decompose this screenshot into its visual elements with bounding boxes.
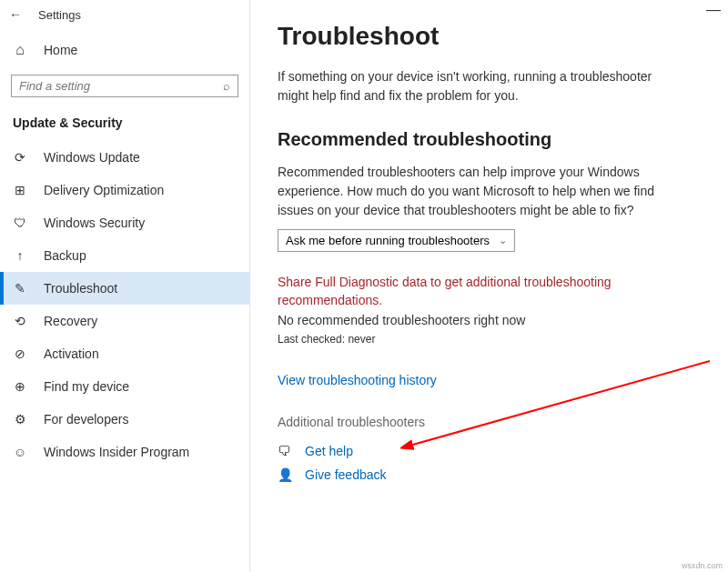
intro-text: If something on your device isn't workin…: [278, 67, 660, 105]
nav-backup[interactable]: ↑ Backup: [0, 239, 249, 272]
header: ← Settings: [0, 0, 249, 35]
recovery-icon: ⟲: [13, 314, 27, 328]
no-recommended-text: No recommended troubleshooters right now: [278, 313, 701, 327]
nav-for-developers[interactable]: ⚙ For developers: [0, 403, 249, 436]
feedback-row[interactable]: 👤 Give feedback: [278, 467, 701, 482]
nav-find-my-device[interactable]: ⊕ Find my device: [0, 370, 249, 403]
nav-activation[interactable]: ⊘ Activation: [0, 337, 249, 370]
help-icon: 🗨: [278, 444, 294, 458]
home-icon: ⌂: [13, 42, 27, 58]
recommended-text: Recommended troubleshooters can help imp…: [278, 163, 660, 220]
activation-icon: ⊘: [13, 346, 27, 361]
main-content: — Troubleshoot If something on your devi…: [250, 0, 728, 572]
developer-icon: ⚙: [13, 412, 27, 426]
backup-icon: ↑: [13, 248, 27, 263]
delivery-icon: ⊞: [13, 183, 27, 197]
additional-troubleshooters[interactable]: Additional troubleshooters: [278, 415, 701, 429]
feedback-link[interactable]: Give feedback: [305, 467, 387, 482]
chevron-down-icon: ⌄: [499, 235, 507, 246]
get-help-row[interactable]: 🗨 Get help: [278, 444, 701, 458]
app-title: Settings: [38, 8, 81, 22]
nav-troubleshoot[interactable]: ✎ Troubleshoot: [0, 272, 249, 305]
page-title: Troubleshoot: [278, 22, 701, 51]
location-icon: ⊕: [13, 379, 27, 394]
nav-delivery-optimization[interactable]: ⊞ Delivery Optimization: [0, 174, 249, 206]
home-label: Home: [44, 43, 77, 57]
dropdown-value: Ask me before running troubleshooters: [286, 234, 490, 247]
troubleshoot-dropdown[interactable]: Ask me before running troubleshooters ⌄: [278, 229, 515, 252]
minimize-icon[interactable]: —: [706, 2, 721, 18]
sync-icon: ⟳: [13, 150, 27, 165]
search-icon: ⌕: [223, 79, 230, 93]
insider-icon: ☺: [13, 445, 27, 459]
last-checked-text: Last checked: never: [278, 333, 701, 346]
history-link[interactable]: View troubleshooting history: [278, 373, 701, 387]
nav-windows-update[interactable]: ⟳ Windows Update: [0, 141, 249, 174]
watermark: wsxdn.com: [682, 561, 723, 570]
recommended-heading: Recommended troubleshooting: [278, 129, 701, 150]
search-field[interactable]: [19, 79, 223, 93]
home-button[interactable]: ⌂ Home: [0, 35, 249, 65]
get-help-link[interactable]: Get help: [305, 444, 353, 458]
sidebar: ← Settings ⌂ Home ⌕ Update & Security ⟳ …: [0, 0, 250, 572]
diagnostic-warning: Share Full Diagnostic data to get additi…: [278, 274, 660, 309]
nav-recovery[interactable]: ⟲ Recovery: [0, 305, 249, 337]
section-title: Update & Security: [0, 115, 249, 141]
feedback-icon: 👤: [278, 467, 294, 482]
search-input[interactable]: ⌕: [11, 75, 238, 97]
nav-windows-insider[interactable]: ☺ Windows Insider Program: [0, 436, 249, 468]
nav-windows-security[interactable]: 🛡 Windows Security: [0, 206, 249, 239]
back-arrow-icon[interactable]: ←: [9, 7, 22, 22]
shield-icon: 🛡: [13, 216, 27, 230]
troubleshoot-icon: ✎: [13, 281, 27, 296]
